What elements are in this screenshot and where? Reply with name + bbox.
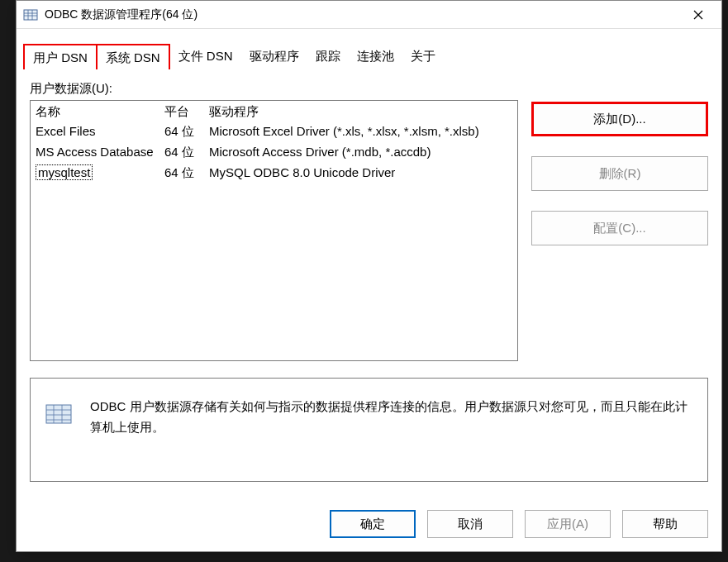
cell-platform: 64 位 <box>164 165 209 181</box>
tab-file-dsn[interactable]: 文件 DSN <box>170 44 241 69</box>
list-label: 用户数据源(U): <box>30 81 708 97</box>
remove-button[interactable]: 删除(R) <box>531 156 708 191</box>
col-header-driver[interactable]: 驱动程序 <box>209 104 517 120</box>
info-box: ODBC 用户数据源存储有关如何与指示的数据提供程序连接的信息。用户数据源只对您… <box>30 378 708 482</box>
app-icon <box>23 7 38 22</box>
col-header-platform[interactable]: 平台 <box>164 104 209 120</box>
info-icon <box>44 398 74 428</box>
list-header: 名称 平台 驱动程序 <box>31 101 517 121</box>
col-header-name[interactable]: 名称 <box>31 104 164 120</box>
tab-pooling[interactable]: 连接池 <box>349 44 402 69</box>
help-button[interactable]: 帮助 <box>622 510 708 538</box>
tab-tracing[interactable]: 跟踪 <box>307 44 349 69</box>
tab-about[interactable]: 关于 <box>402 44 444 69</box>
ok-button[interactable]: 确定 <box>330 510 416 538</box>
cell-driver: MySQL ODBC 8.0 Unicode Driver <box>209 165 517 181</box>
odbc-admin-window: ODBC 数据源管理程序(64 位) 用户 DSN 系统 DSN 文件 DSN … <box>16 0 722 552</box>
tab-user-dsn[interactable]: 用户 DSN <box>23 44 98 69</box>
cell-name: MS Access Database <box>31 145 164 160</box>
cell-name: Excel Files <box>31 124 164 140</box>
content-area: 用户数据源(U): 名称 平台 驱动程序 Excel Files 64 位 Mi… <box>17 69 721 493</box>
list-row[interactable]: MS Access Database 64 位 Microsoft Access… <box>31 142 517 163</box>
cell-platform: 64 位 <box>164 145 209 160</box>
cell-driver: Microsoft Excel Driver (*.xls, *.xlsx, *… <box>209 124 517 140</box>
window-title: ODBC 数据源管理程序(64 位) <box>45 7 682 22</box>
svg-rect-0 <box>24 10 37 20</box>
cell-platform: 64 位 <box>164 124 209 140</box>
add-button[interactable]: 添加(D)... <box>531 102 708 136</box>
side-buttons: 添加(D)... 删除(R) 配置(C)... <box>531 100 708 361</box>
cell-name-text: mysqltest <box>36 164 93 180</box>
close-button[interactable] <box>682 2 715 27</box>
svg-rect-7 <box>46 405 71 423</box>
tab-drivers[interactable]: 驱动程序 <box>241 44 307 69</box>
datasource-list[interactable]: 名称 平台 驱动程序 Excel Files 64 位 Microsoft Ex… <box>30 100 518 361</box>
tabs: 用户 DSN 系统 DSN 文件 DSN 驱动程序 跟踪 连接池 关于 <box>17 29 721 69</box>
cell-name: mysqltest <box>31 165 164 181</box>
list-row[interactable]: mysqltest 64 位 MySQL ODBC 8.0 Unicode Dr… <box>31 163 517 183</box>
titlebar: ODBC 数据源管理程序(64 位) <box>17 1 721 29</box>
main-row: 名称 平台 驱动程序 Excel Files 64 位 Microsoft Ex… <box>30 100 708 361</box>
list-row[interactable]: Excel Files 64 位 Microsoft Excel Driver … <box>31 121 517 142</box>
info-text: ODBC 用户数据源存储有关如何与指示的数据提供程序连接的信息。用户数据源只对您… <box>90 397 694 438</box>
cell-driver: Microsoft Access Driver (*.mdb, *.accdb) <box>209 145 517 160</box>
cancel-button[interactable]: 取消 <box>427 510 513 538</box>
apply-button[interactable]: 应用(A) <box>525 510 611 538</box>
configure-button[interactable]: 配置(C)... <box>531 211 708 245</box>
footer-buttons: 确定 取消 应用(A) 帮助 <box>17 493 721 551</box>
tab-system-dsn[interactable]: 系统 DSN <box>98 44 170 69</box>
